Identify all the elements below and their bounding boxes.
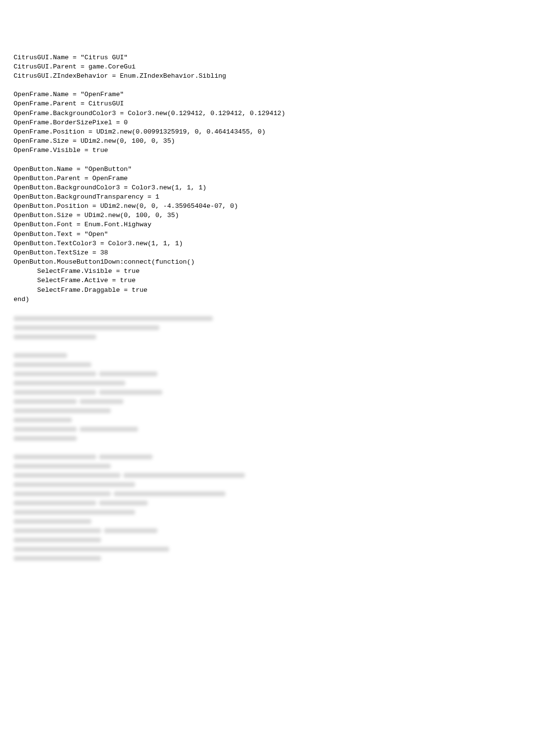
blurred-line [14, 369, 344, 378]
blurred-line [14, 415, 344, 424]
code-line: OpenFrame.Position = UDim2.new(0.0099132… [14, 127, 535, 136]
blurred-line [14, 332, 344, 341]
code-line: OpenButton.Position = UDim2.new(0, 0, -4… [14, 202, 535, 211]
code-line [14, 155, 535, 164]
code-line: CitrusGUI.Name = "Citrus GUI" [14, 53, 535, 62]
code-line [14, 81, 535, 90]
code-line: SelectFrame.Draggable = true [14, 286, 535, 295]
code-line: OpenButton.MouseButton1Down:connect(func… [14, 257, 535, 267]
code-line: OpenButton.Font = Enum.Font.Highway [14, 220, 535, 229]
blurred-line [14, 535, 344, 544]
blurred-line [14, 341, 344, 351]
blurred-line [14, 507, 344, 517]
code-line: OpenFrame.Size = UDim2.new(0, 100, 0, 35… [14, 136, 535, 146]
code-line: OpenButton.TextColor3 = Color3.new(1, 1,… [14, 239, 535, 248]
blurred-line [14, 544, 344, 554]
code-line: SelectFrame.Active = true [14, 276, 535, 285]
blurred-line [14, 470, 344, 480]
code-line: end) [14, 295, 535, 304]
blurred-line [14, 489, 344, 498]
code-line: OpenButton.BackgroundTransparency = 1 [14, 192, 535, 202]
code-line [14, 304, 535, 313]
blurred-line [14, 387, 344, 397]
blurred-line [14, 452, 344, 461]
blurred-line [14, 351, 344, 360]
code-line: OpenButton.Size = UDim2.new(0, 100, 0, 3… [14, 211, 535, 220]
code-line: OpenButton.TextSize = 38 [14, 248, 535, 257]
code-line: SelectFrame.Visible = true [14, 267, 535, 276]
blurred-line [14, 424, 344, 434]
code-line: OpenFrame.BackgroundColor3 = Color3.new(… [14, 109, 535, 118]
code-line: OpenFrame.Parent = CitrusGUI [14, 99, 535, 108]
blurred-line [14, 526, 344, 535]
blurred-line [14, 443, 344, 452]
code-line: OpenFrame.BorderSizePixel = 0 [14, 118, 535, 127]
code-listing: CitrusGUI.Name = "Citrus GUI"CitrusGUI.P… [14, 53, 535, 351]
blurred-line [14, 360, 344, 369]
blurred-line [14, 314, 344, 323]
blurred-line [14, 498, 344, 507]
code-line: OpenButton.Parent = OpenFrame [14, 174, 535, 183]
blurred-line [14, 554, 344, 563]
blurred-line [14, 461, 344, 470]
code-line: CitrusGUI.Parent = game.CoreGui [14, 62, 535, 71]
blurred-line [14, 480, 344, 489]
code-line: OpenButton.Text = "Open" [14, 230, 535, 239]
blurred-line [14, 406, 344, 415]
blurred-region [14, 314, 344, 563]
code-line: OpenFrame.Visible = true [14, 146, 535, 155]
code-line: OpenButton.BackgroundColor3 = Color3.new… [14, 183, 535, 192]
blurred-line [14, 378, 344, 387]
code-line: OpenFrame.Name = "OpenFrame" [14, 90, 535, 99]
blurred-line [14, 517, 344, 526]
blurred-line [14, 323, 344, 332]
code-line: CitrusGUI.ZIndexBehavior = Enum.ZIndexBe… [14, 71, 535, 81]
code-line: OpenButton.Name = "OpenButton" [14, 165, 535, 174]
blurred-line [14, 397, 344, 406]
blurred-line [14, 434, 344, 443]
